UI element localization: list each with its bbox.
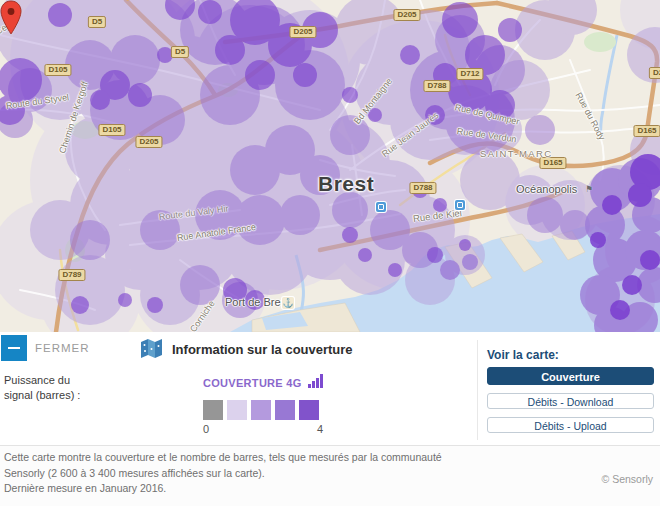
minus-icon: [8, 347, 20, 349]
city-label-brest: Brest: [318, 172, 374, 196]
road-shield-d788: D788: [423, 80, 450, 92]
road-shield-d712: D712: [456, 68, 483, 80]
road-shield-d788: D788: [409, 182, 436, 194]
legend-title: COUVERTURE 4G: [203, 377, 302, 389]
road-shield-d205: D205: [289, 26, 316, 38]
signal-label-line2: signal (barres) :: [4, 388, 80, 403]
panel-title: Information sur la couverture: [172, 342, 353, 357]
road-shield-d105: D105: [44, 64, 71, 76]
coverage-button[interactable]: Couverture: [487, 367, 654, 385]
map-description: Cette carte montre la couverture et le n…: [4, 451, 442, 479]
road-shield-d5: D5: [88, 16, 106, 28]
legend-swatch-4: [299, 400, 319, 420]
sensorly-attribution: © Sensorly: [601, 473, 653, 485]
upload-speed-button[interactable]: Débits - Upload: [487, 417, 654, 433]
signal-label-line1: Puissance du: [4, 373, 80, 388]
legend-swatch-0: [203, 400, 223, 420]
coverage-legend: COUVERTURE 4G 0 4: [203, 373, 323, 435]
legend-scale: 0 4: [203, 423, 323, 435]
signal-bars-icon: [308, 374, 323, 388]
footer: Cette carte montre la couverture et le n…: [0, 445, 660, 506]
road-shield-d165: D165: [633, 125, 660, 137]
panel-divider: [477, 340, 478, 440]
transit-station-icon[interactable]: [455, 200, 465, 210]
poi-label-port-de-brest: Port de Brest: [225, 296, 289, 308]
download-speed-button[interactable]: Débits - Download: [487, 393, 654, 409]
map-marker-pin[interactable]: [0, 0, 22, 38]
info-panel: FERMER Information sur la couverture Pui…: [0, 332, 660, 445]
legend-max: 4: [317, 423, 323, 435]
coverage-map[interactable]: D5 D5 D105 D105 D205 D205 D205 D712 D788…: [0, 0, 660, 332]
sensorly-coverage-page: { "map": { "city": "Brest", "shields": […: [0, 0, 660, 506]
legend-min: 0: [203, 423, 209, 435]
legend-swatches: [203, 400, 323, 420]
last-measure: Dernière mesure en January 2016.: [4, 481, 476, 497]
map-icon: [140, 337, 163, 360]
district-label-saint-marc: SAINT-MARC: [480, 148, 553, 159]
harbor-icon[interactable]: ⚓: [282, 297, 294, 309]
transit-station-icon[interactable]: [376, 202, 386, 212]
road-shield-d205: D205: [393, 9, 420, 21]
road-shield-d205: D205: [135, 136, 162, 148]
road-shield-d105: D105: [98, 124, 125, 136]
close-panel-label[interactable]: FERMER: [35, 342, 90, 354]
legend-swatch-3: [275, 400, 295, 420]
road-shield-d5: D5: [171, 46, 189, 58]
signal-strength-label: Puissance du signal (barres) :: [4, 373, 80, 403]
footer-text: Cette carte montre la couverture et le n…: [4, 450, 476, 497]
poi-label-oceanopolis: Océanopolis: [516, 183, 577, 195]
close-panel-button[interactable]: [1, 335, 27, 361]
view-map-heading: Voir la carte:: [487, 348, 559, 362]
legend-swatch-2: [251, 400, 271, 420]
legend-swatch-1: [227, 400, 247, 420]
road-shield-d2: D2: [649, 67, 660, 79]
road-shield-d789: D789: [58, 269, 85, 281]
attraction-icon[interactable]: ⚑: [585, 184, 593, 194]
